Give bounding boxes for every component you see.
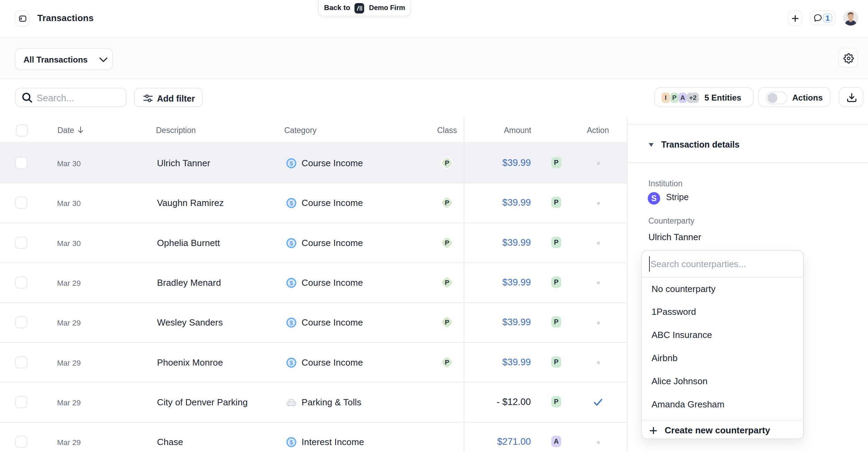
svg-text:$: $: [290, 280, 293, 286]
svg-text:$: $: [290, 160, 293, 167]
svg-text:$: $: [290, 240, 293, 247]
svg-text:$: $: [290, 320, 293, 326]
svg-text:$: $: [290, 439, 293, 446]
svg-text:$: $: [290, 200, 293, 207]
svg-text:$: $: [290, 360, 293, 366]
